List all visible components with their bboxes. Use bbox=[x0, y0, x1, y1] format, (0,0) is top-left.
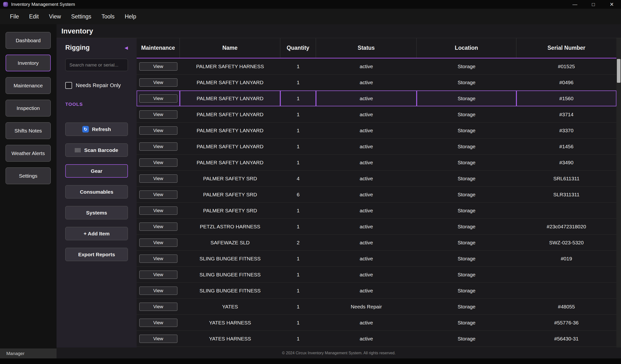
view-button[interactable]: View bbox=[139, 191, 177, 199]
cell-location: Storage bbox=[417, 187, 517, 202]
tool-button-gear[interactable]: Gear bbox=[65, 164, 128, 178]
view-button[interactable]: View bbox=[139, 174, 177, 183]
view-button[interactable]: View bbox=[139, 142, 177, 151]
panel-title-row: Rigging ◀ bbox=[65, 44, 128, 52]
table-row[interactable]: View PALMER SAFETY LANYARD 1 active Stor… bbox=[137, 122, 616, 139]
tool-button-systems[interactable]: Systems bbox=[65, 206, 128, 219]
view-button[interactable]: View bbox=[139, 126, 177, 135]
cell-quantity: 1 bbox=[280, 331, 316, 347]
view-button[interactable]: View bbox=[139, 78, 177, 87]
cell-serial bbox=[517, 203, 616, 218]
cell-quantity: 1 bbox=[280, 139, 316, 154]
cell-name: SLING BUNGEE FITNESS bbox=[180, 283, 280, 298]
menu-item-tools[interactable]: Tools bbox=[96, 9, 120, 24]
table-row[interactable]: View PALMER SAFETY LANYARD 1 active Stor… bbox=[137, 139, 616, 155]
table-row[interactable]: View SLING BUNGEE FITNESS 1 active Stora… bbox=[137, 267, 616, 283]
table-row[interactable]: View PALMER SAFETY HARNESS 1 active Stor… bbox=[137, 58, 616, 74]
cell-maintenance: View bbox=[137, 315, 180, 330]
table-row[interactable]: View SAFEWAZE SLD 2 active Storage SWZ-0… bbox=[137, 235, 616, 251]
sidebar-item-maintenance[interactable]: Maintenance bbox=[6, 77, 51, 94]
cell-serial: #0496 bbox=[517, 74, 616, 90]
cell-location: Storage bbox=[417, 106, 517, 122]
view-button[interactable]: View bbox=[139, 94, 177, 103]
view-button[interactable]: View bbox=[139, 239, 177, 247]
tool-button-refresh[interactable]: Refresh bbox=[65, 122, 128, 136]
minimize-icon[interactable]: — bbox=[566, 0, 584, 9]
view-button[interactable]: View bbox=[139, 255, 177, 263]
sidebar-item-settings[interactable]: Settings bbox=[6, 167, 51, 184]
page-title: Inventory bbox=[61, 27, 93, 35]
cell-name: PALMER SAFETY LANYARD bbox=[180, 106, 280, 122]
table-row[interactable]: View PALMER SAFETY SRD 1 active Storage bbox=[137, 203, 616, 219]
cell-maintenance: View bbox=[137, 283, 180, 298]
tool-button-label: Consumables bbox=[80, 189, 113, 195]
view-button[interactable]: View bbox=[139, 110, 177, 119]
cell-maintenance: View bbox=[137, 331, 180, 347]
scrollbar-thumb[interactable] bbox=[617, 59, 621, 83]
view-button[interactable]: View bbox=[139, 158, 177, 167]
cell-name: PALMER SAFETY SRD bbox=[180, 171, 280, 186]
tool-button-scan-barcode[interactable]: Scan Barcode bbox=[65, 143, 128, 157]
view-button[interactable]: View bbox=[139, 271, 177, 279]
collapse-panel-icon[interactable]: ◀ bbox=[124, 45, 128, 51]
view-button[interactable]: View bbox=[139, 62, 177, 71]
sidebar-item-inspection[interactable]: Inspection bbox=[6, 100, 51, 117]
cell-maintenance: View bbox=[137, 171, 180, 186]
close-icon[interactable]: × bbox=[603, 0, 621, 9]
content-area: Inventory Rigging ◀ Needs Repair Only TO… bbox=[56, 24, 621, 358]
cell-name: YATES HARNESS bbox=[180, 315, 280, 330]
view-button[interactable]: View bbox=[139, 287, 177, 295]
cell-serial bbox=[517, 283, 616, 298]
table-row[interactable]: View YATES 1 Needs Repair Storage #48055 bbox=[137, 299, 616, 315]
tools-heading: TOOLS bbox=[65, 102, 128, 107]
cell-name: PALMER SAFETY SRD bbox=[180, 203, 280, 218]
menu-item-settings[interactable]: Settings bbox=[66, 9, 96, 24]
table-row[interactable]: View PETZL ASTRO HARNESS 1 active Storag… bbox=[137, 219, 616, 235]
view-button[interactable]: View bbox=[139, 223, 177, 231]
sidebar-item-shifts-notes[interactable]: Shifts Notes bbox=[6, 122, 51, 139]
sidebar-item-dashboard[interactable]: Dashboard bbox=[6, 32, 51, 49]
tool-button-add-item[interactable]: + Add Item bbox=[65, 227, 128, 240]
menu-item-help[interactable]: Help bbox=[120, 9, 141, 24]
cell-status: active bbox=[316, 74, 417, 90]
table-row[interactable]: View SLING BUNGEE FITNESS 1 active Stora… bbox=[137, 283, 616, 299]
category-panel: Rigging ◀ Needs Repair Only TOOLS Refres… bbox=[56, 38, 137, 347]
cell-location: Storage bbox=[417, 331, 517, 347]
search-input[interactable] bbox=[65, 59, 128, 71]
view-button[interactable]: View bbox=[139, 207, 177, 215]
needs-repair-checkbox[interactable] bbox=[65, 82, 72, 89]
cell-name: PALMER SAFETY LANYARD bbox=[180, 90, 280, 106]
needs-repair-filter: Needs Repair Only bbox=[65, 82, 128, 89]
cell-location: Storage bbox=[417, 122, 517, 138]
cell-location: Storage bbox=[417, 203, 517, 218]
sidebar-item-inventory[interactable]: Inventory bbox=[6, 55, 51, 71]
tool-button-consumables[interactable]: Consumables bbox=[65, 185, 128, 198]
menu-item-file[interactable]: File bbox=[5, 9, 24, 24]
view-button[interactable]: View bbox=[139, 319, 177, 327]
bottom-strip bbox=[0, 358, 621, 364]
cell-location: Storage bbox=[417, 315, 517, 330]
view-button[interactable]: View bbox=[139, 303, 177, 311]
cell-status: active bbox=[316, 122, 417, 138]
table-row[interactable]: View PALMER SAFETY LANYARD 1 active Stor… bbox=[137, 74, 616, 90]
table-row[interactable]: View PALMER SAFETY LANYARD 1 active Stor… bbox=[137, 106, 616, 122]
table-row[interactable]: View PALMER SAFETY LANYARD 1 active Stor… bbox=[137, 155, 616, 171]
menu-item-view[interactable]: View bbox=[44, 9, 66, 24]
view-button[interactable]: View bbox=[139, 335, 177, 343]
table-row[interactable]: View SLING BUNGEE FITNESS 1 active Stora… bbox=[137, 251, 616, 267]
table-row[interactable]: View PALMER SAFETY SRD 4 active Storage … bbox=[137, 171, 616, 187]
cell-quantity: 6 bbox=[280, 187, 316, 202]
sidebar-item-weather-alerts[interactable]: Weather Alerts bbox=[6, 145, 51, 162]
vertical-scrollbar[interactable] bbox=[616, 38, 621, 347]
table-row[interactable]: View PALMER SAFETY LANYARD 1 active Stor… bbox=[137, 90, 616, 106]
table-row[interactable]: View YATES HARNESS 1 active Storage #557… bbox=[137, 315, 616, 331]
cell-serial: #48055 bbox=[517, 299, 616, 314]
table-row[interactable]: View PALMER SAFETY SRD 6 active Storage … bbox=[137, 187, 616, 203]
cell-location: Storage bbox=[417, 251, 517, 266]
app-icon bbox=[3, 2, 8, 7]
menu-item-edit[interactable]: Edit bbox=[24, 9, 44, 24]
tool-button-export-reports[interactable]: Export Reports bbox=[65, 248, 128, 261]
table-row[interactable]: View YATES HARNESS 1 active Storage #564… bbox=[137, 331, 616, 347]
footer: © 2024 Circux Inventory Management Syste… bbox=[56, 347, 621, 358]
maximize-icon[interactable]: □ bbox=[584, 0, 603, 9]
